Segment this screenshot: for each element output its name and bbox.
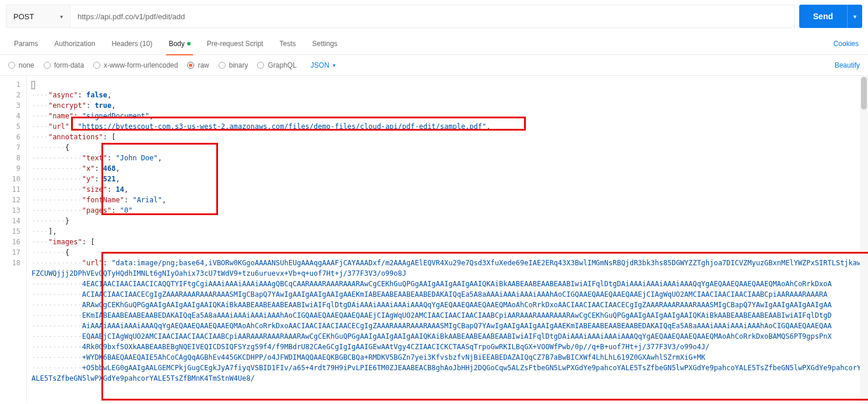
chevron-down-icon: ▾ xyxy=(60,13,63,20)
radio-icon xyxy=(44,62,51,69)
http-method-label: POST xyxy=(13,12,34,21)
code-line: ············"fontName": "Arial", xyxy=(31,195,863,205)
body-type-urlencoded[interactable]: x-www-form-urlencoded xyxy=(93,61,178,69)
code-line: ····"annotations": [ xyxy=(31,132,863,142)
tab-params[interactable]: Params xyxy=(6,33,46,55)
code-line xyxy=(31,79,863,90)
code-line: ············"y": 521, xyxy=(31,174,863,184)
unsaved-indicator-icon xyxy=(187,42,191,45)
scrollbar-track[interactable] xyxy=(860,76,868,403)
http-method-select[interactable]: POST ▾ xyxy=(6,5,70,28)
request-bar: POST ▾ Send ▾ xyxy=(0,0,868,33)
request-url-input[interactable] xyxy=(70,5,795,28)
body-options-bar: none form-data x-www-form-urlencoded raw… xyxy=(0,55,868,76)
radio-icon xyxy=(93,62,100,69)
body-type-form-data[interactable]: form-data xyxy=(44,61,84,69)
code-line: ····"name": "signedDocument", xyxy=(31,111,863,121)
radio-icon xyxy=(8,62,15,69)
code-line: ············4EACIAACIAACIAACICAQQTYIFtgC… xyxy=(31,279,863,289)
code-line: ············"text": "John Doe", xyxy=(31,153,863,163)
beautify-link[interactable]: Beautify xyxy=(835,61,860,69)
code-content[interactable]: ····"async": false,····"encrypt": true,·… xyxy=(27,76,868,403)
code-line: ········} xyxy=(31,216,863,226)
body-type-raw[interactable]: raw xyxy=(187,61,209,69)
code-line: ····"url": "https://bytescout-com.s3-us-… xyxy=(31,121,863,132)
chevron-down-icon: ▾ xyxy=(333,62,336,68)
code-line: ············"x": 468, xyxy=(31,163,863,174)
chevron-down-icon[interactable]: ▾ xyxy=(848,13,862,20)
cookies-link[interactable]: Cookies xyxy=(834,40,862,48)
tab-authorization[interactable]: Authorization xyxy=(46,33,103,55)
send-button[interactable]: Send ▾ xyxy=(799,5,862,28)
code-line: ····"images": [ xyxy=(31,237,863,247)
radio-icon xyxy=(257,62,264,69)
tab-tests[interactable]: Tests xyxy=(271,33,304,55)
code-line: ····"async": false, xyxy=(31,90,863,100)
code-line: ············"size": 14, xyxy=(31,184,863,195)
code-line: ············ACIAACIAACIAACECgIgZAAARAAAR… xyxy=(31,289,863,300)
code-line: ············AiAAAiAAAiAAAiAAAQqYgAEQAAEQ… xyxy=(31,321,863,331)
code-line: ········{ xyxy=(31,247,863,258)
tab-settings[interactable]: Settings xyxy=(304,33,346,55)
tab-headers[interactable]: Headers (10) xyxy=(103,33,160,55)
code-line: ············4Rk0G9bxfSOXkAABEAABEBgNQEIV… xyxy=(31,342,863,352)
tab-prerequest[interactable]: Pre-request Script xyxy=(199,33,272,55)
send-button-label: Send xyxy=(799,12,847,21)
code-line: ····"encrypt": true, xyxy=(31,100,863,111)
body-type-binary[interactable]: binary xyxy=(219,61,248,69)
radio-icon xyxy=(187,62,194,69)
code-line: ········{ xyxy=(31,142,863,153)
code-line: ············"url": "data:image/png;base6… xyxy=(31,258,863,279)
code-line: ············ARAwCgCEKhGuQPGgAAIgAAIgAAIg… xyxy=(31,300,863,310)
body-type-none[interactable]: none xyxy=(8,61,34,69)
scrollbar-thumb[interactable] xyxy=(861,77,867,110)
code-line: ············EQAAEjCIAgWqUO2AMCIAACIAACIA… xyxy=(31,331,863,342)
code-line: ············+WYDK6BAEQAAEQAIE5AhCoCAgQqA… xyxy=(31,352,863,363)
request-tabs: Params Authorization Headers (10) Body P… xyxy=(0,33,868,55)
radio-icon xyxy=(219,62,226,69)
body-type-graphql[interactable]: GraphQL xyxy=(257,61,296,69)
code-line: ············"pages": "0" xyxy=(31,205,863,216)
line-gutter: 123456789101112131415161718 xyxy=(0,76,27,403)
raw-content-type-select[interactable]: JSON▾ xyxy=(311,61,336,69)
code-editor[interactable]: 123456789101112131415161718 ····"async":… xyxy=(0,76,868,403)
tab-body[interactable]: Body xyxy=(160,33,198,55)
code-line: ····], xyxy=(31,226,863,237)
code-line: ············+O5bbwLEG0gAAIgAALGEMCPkjGug… xyxy=(31,363,863,384)
code-line: ············EKmIABEAABEAABEAABEDAKAIQqEa… xyxy=(31,310,863,321)
